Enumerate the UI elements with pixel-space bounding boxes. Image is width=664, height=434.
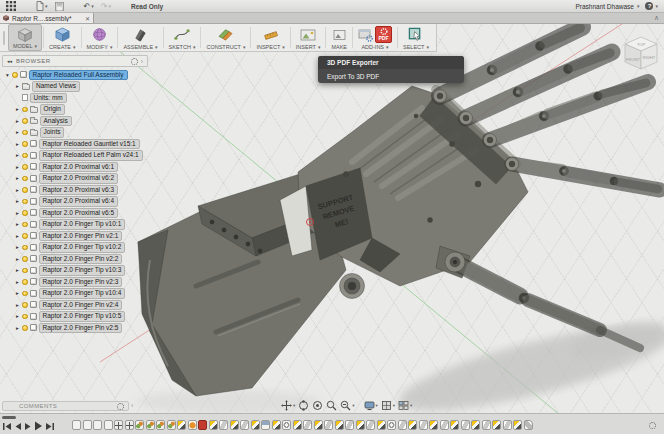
browser-gear-icon[interactable] (131, 58, 138, 65)
zoom-fit-icon[interactable] (325, 400, 338, 411)
visibility-bulb-icon[interactable] (22, 279, 28, 285)
expand-arrow-icon[interactable]: ▸ (13, 210, 22, 216)
timeline-flag-icon[interactable] (471, 420, 480, 430)
timeline-pin-icon[interactable] (240, 420, 249, 430)
timeline-joint-icon[interactable] (135, 420, 144, 430)
timeline-pin-icon[interactable] (503, 420, 512, 430)
browser-item-label[interactable]: Raptor 2.0 Finger Pin v2:4 (39, 300, 123, 311)
expand-arrow-icon[interactable]: ▸ (13, 279, 22, 285)
browser-item[interactable]: ▸Raptor 2.0 Finger Pin v2:1 (2, 230, 152, 242)
toolbar-group-construct[interactable]: CONSTRUCT▾ (202, 24, 249, 51)
browser-item[interactable]: ▸Analysis (2, 115, 152, 127)
toolbar-group-create[interactable]: CREATE▾ (45, 24, 79, 51)
visibility-bulb-icon[interactable] (22, 176, 28, 182)
browser-resize-handle[interactable]: › (141, 58, 143, 65)
expand-arrow-icon[interactable]: ▸ (13, 175, 22, 181)
look-at-icon[interactable] (311, 400, 324, 411)
browser-item-label[interactable]: Raptor Reloaded Full Assembly (29, 70, 128, 81)
visibility-bulb-icon[interactable] (22, 130, 28, 136)
browser-item[interactable]: ▸Raptor Reloaded Gauntlet v15:1 (2, 138, 152, 150)
browser-item-label[interactable]: Joints (40, 127, 65, 138)
expand-arrow-icon[interactable]: ▸ (13, 187, 22, 193)
view-cube[interactable]: TOP FRONT RIGHT (621, 35, 661, 75)
timeline-red-icon[interactable] (198, 420, 207, 430)
browser-item-label[interactable]: Raptor 2.0 Finger Pin v2:2 (39, 254, 123, 265)
toolbar-collapse-chevron[interactable]: ∧ (654, 14, 664, 22)
visibility-bulb-icon[interactable] (22, 291, 28, 297)
browser-item[interactable]: ▾Raptor Reloaded Full Assembly (2, 69, 152, 81)
timeline-flag-icon[interactable] (513, 420, 522, 430)
pan-icon[interactable]: ▾ (280, 400, 296, 411)
timeline-flag-icon[interactable] (314, 420, 323, 430)
browser-item-label[interactable]: Raptor 2.0 Finger Pin v2:3 (39, 277, 123, 288)
timeline-pin-icon[interactable] (482, 420, 491, 430)
browser-item[interactable]: ▸Raptor 2.0 Finger Pin v2:4 (2, 299, 152, 311)
browser-item-label[interactable]: Raptor 2.0 Proximal v6:4 (39, 196, 119, 207)
timeline-flag-icon[interactable] (429, 420, 438, 430)
timeline-flag-icon[interactable] (377, 420, 386, 430)
toolbar-group-model[interactable]: MODEL▾ (8, 24, 42, 51)
browser-item-label[interactable]: Raptor 2.0 Finger Pin v2:1 (39, 231, 123, 242)
go-to-start-button[interactable] (3, 422, 11, 431)
expand-arrow-icon[interactable]: ▸ (13, 256, 22, 262)
viewports-icon[interactable]: ▾ (397, 400, 413, 411)
expand-arrow-icon[interactable]: ▸ (13, 313, 22, 319)
timeline-comp-icon[interactable] (83, 420, 92, 430)
timeline-flag-icon[interactable] (251, 420, 260, 430)
timeline-joint-icon[interactable] (167, 420, 176, 430)
timeline-circ-icon[interactable] (282, 420, 291, 430)
timeline-pin-icon[interactable] (419, 420, 428, 430)
undo-button[interactable]: ↶▾ (84, 2, 94, 11)
timeline-pin-icon[interactable] (324, 420, 333, 430)
browser-item[interactable]: ▸Raptor 2.0 Finger Tip v10:3 (2, 265, 152, 277)
expand-arrow-icon[interactable]: ▸ (13, 325, 22, 331)
expand-arrow-icon[interactable]: ▸ (13, 152, 22, 158)
toolbar-group-assemble[interactable]: ASSEMBLE▾ (119, 24, 161, 51)
expand-arrow-icon[interactable]: ▸ (13, 141, 22, 147)
browser-item-label[interactable]: Raptor Reloaded Left Palm v24:1 (39, 150, 143, 161)
toolbar-grip[interactable] (3, 31, 5, 45)
browser-item-label[interactable]: Raptor 2.0 Proximal v6:2 (39, 173, 119, 184)
timeline-flag-icon[interactable] (209, 420, 218, 430)
save-button[interactable] (55, 2, 64, 11)
timeline-flag-icon[interactable] (356, 420, 365, 430)
expand-arrow-icon[interactable]: ▸ (13, 267, 22, 273)
file-menu-button[interactable]: ▾ (36, 1, 48, 11)
expand-arrow-icon[interactable]: ▸ (13, 106, 22, 112)
timeline-flag-icon[interactable] (177, 420, 186, 430)
toolbar-group-modify[interactable]: MODIFY▾ (83, 24, 117, 51)
timeline-comp-icon[interactable] (93, 420, 102, 430)
timeline-pin-icon[interactable] (440, 420, 449, 430)
browser-item[interactable]: ▸Raptor 2.0 Finger Pin v2:3 (2, 276, 152, 288)
visibility-bulb-icon[interactable] (22, 187, 28, 193)
browser-item-label[interactable]: Raptor 2.0 Finger Tip v10:1 (39, 219, 126, 230)
visibility-bulb-icon[interactable] (22, 153, 28, 159)
expand-arrow-icon[interactable]: ▸ (13, 118, 22, 124)
expand-arrow-icon[interactable]: ▸ (13, 221, 22, 227)
visibility-bulb-icon[interactable] (22, 199, 28, 205)
browser-item-label[interactable]: Raptor 2.0 Finger Tip v10:3 (39, 265, 126, 276)
browser-item[interactable]: ▸Raptor 2.0 Finger Tip v10:2 (2, 242, 152, 254)
expand-arrow-icon[interactable]: ▸ (13, 233, 22, 239)
timeline-move-icon[interactable] (125, 420, 134, 430)
visibility-bulb-icon[interactable] (22, 314, 28, 320)
timeline-circ-icon[interactable] (387, 420, 396, 430)
visibility-bulb-icon[interactable] (22, 325, 28, 331)
timeline-gear-icon[interactable] (649, 422, 656, 429)
toolbar-group-select[interactable]: SELECT▾ (399, 24, 433, 51)
visibility-bulb-icon[interactable] (12, 72, 18, 78)
browser-item[interactable]: Units: mm (2, 92, 152, 104)
timeline-drop-icon[interactable] (188, 420, 197, 430)
step-forward-button[interactable] (25, 422, 31, 431)
visibility-bulb-icon[interactable] (22, 210, 28, 216)
menu-item-export-3d-pdf[interactable]: Export To 3D PDF (318, 69, 464, 83)
timeline-flag-icon[interactable] (450, 420, 459, 430)
browser-item-label[interactable]: Raptor 2.0 Finger Tip v10:2 (39, 242, 126, 253)
timeline-flag-icon[interactable] (230, 420, 239, 430)
grid-and-snaps-icon[interactable]: ▾ (380, 400, 396, 411)
browser-item[interactable]: ▸Raptor 2.0 Proximal v6:5 (2, 207, 152, 219)
browser-item[interactable]: ▸Named Views (2, 81, 152, 93)
timeline-pencil-icon[interactable] (524, 420, 533, 430)
timeline-pin-icon[interactable] (219, 420, 228, 430)
redo-button[interactable]: ↷▾ (101, 2, 111, 11)
